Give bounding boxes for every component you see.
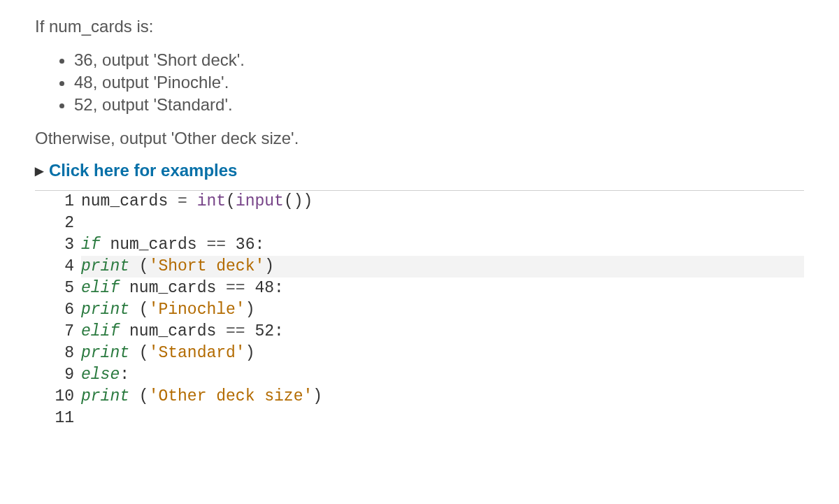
code-content[interactable]: print ('Pinochle') — [81, 299, 804, 321]
code-content[interactable]: print ('Short deck') — [81, 256, 804, 278]
problem-panel: If num_cards is: 36, output 'Short deck'… — [0, 0, 839, 430]
code-content[interactable]: elif num_cards == 48: — [81, 278, 804, 299]
code-content[interactable]: num_cards = int(input()) — [81, 191, 804, 213]
code-line[interactable]: 2 — [35, 213, 804, 234]
code-content[interactable]: else: — [81, 364, 804, 386]
code-line[interactable]: 8print ('Standard') — [35, 343, 804, 364]
condition-item: 36, output 'Short deck'. — [74, 50, 804, 70]
code-editor[interactable]: 1num_cards = int(input())23if num_cards … — [35, 190, 804, 430]
code-content[interactable] — [81, 408, 804, 429]
code-content[interactable]: print ('Other deck size') — [81, 386, 804, 408]
code-line[interactable]: 3if num_cards == 36: — [35, 234, 804, 256]
triangle-right-icon: ▶ — [35, 164, 43, 178]
line-number: 3 — [35, 234, 81, 256]
otherwise-text: Otherwise, output 'Other deck size'. — [35, 129, 804, 148]
intro-text: If num_cards is: — [35, 17, 804, 36]
code-line[interactable]: 10print ('Other deck size') — [35, 386, 804, 408]
code-content[interactable]: print ('Standard') — [81, 343, 804, 364]
line-number: 1 — [35, 191, 81, 213]
condition-item: 48, output 'Pinochle'. — [74, 73, 804, 92]
examples-toggle[interactable]: ▶ Click here for examples — [35, 161, 237, 180]
line-number: 7 — [35, 321, 81, 343]
condition-item: 52, output 'Standard'. — [74, 95, 804, 115]
line-number: 10 — [35, 386, 81, 408]
code-line[interactable]: 7elif num_cards == 52: — [35, 321, 804, 343]
code-line[interactable]: 5elif num_cards == 48: — [35, 278, 804, 299]
line-number: 8 — [35, 343, 81, 364]
line-number: 11 — [35, 408, 81, 429]
code-content[interactable] — [81, 213, 804, 234]
code-line[interactable]: 11 — [35, 408, 804, 429]
code-line[interactable]: 4print ('Short deck') — [35, 256, 804, 278]
code-line[interactable]: 1num_cards = int(input()) — [35, 191, 804, 213]
line-number: 4 — [35, 256, 81, 278]
line-number: 2 — [35, 213, 81, 234]
condition-list: 36, output 'Short deck'. 48, output 'Pin… — [35, 50, 804, 115]
code-line[interactable]: 9else: — [35, 364, 804, 386]
code-line[interactable]: 6print ('Pinochle') — [35, 299, 804, 321]
line-number: 6 — [35, 299, 81, 321]
code-content[interactable]: if num_cards == 36: — [81, 234, 804, 256]
line-number: 9 — [35, 364, 81, 386]
line-number: 5 — [35, 278, 81, 299]
code-content[interactable]: elif num_cards == 52: — [81, 321, 804, 343]
examples-link-label: Click here for examples — [49, 161, 237, 180]
